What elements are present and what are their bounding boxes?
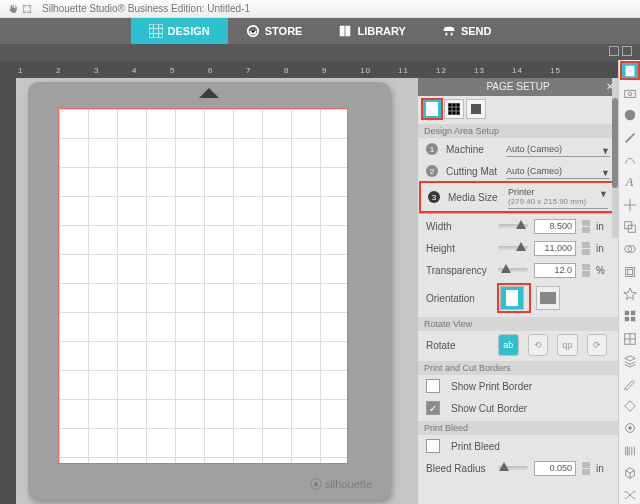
nesting-icon (623, 309, 637, 323)
line-icon (623, 131, 637, 145)
tool-barcode[interactable] (621, 442, 639, 459)
offset-icon (623, 265, 637, 279)
panel-tab-grid[interactable] (444, 99, 464, 119)
page-icon (426, 102, 438, 116)
mat-logo: silhouette (310, 478, 372, 490)
right-toolbar: A (618, 60, 640, 504)
media-size-row[interactable]: 3 Media Size Printer(279.40 x 215.90 mm)… (420, 182, 616, 212)
machine-dropdown[interactable]: Auto (Cameo)▼ (506, 142, 610, 157)
orientation-landscape[interactable] (536, 286, 560, 310)
media-size-dropdown[interactable]: Printer(279.40 x 215.90 mm)▼ (508, 185, 608, 209)
height-slider[interactable] (498, 246, 528, 250)
tool-transform[interactable] (621, 196, 639, 213)
transparency-stepper[interactable] (582, 264, 590, 277)
silhouette-icon (310, 478, 322, 490)
fit-icon[interactable] (22, 4, 32, 14)
transparency-row: Transparency 12.0 % (418, 259, 618, 281)
show-cut-border-checkbox[interactable]: ✓ (426, 401, 440, 415)
transparency-input[interactable]: 12.0 (534, 263, 576, 278)
print-bleed-row[interactable]: Print Bleed (418, 435, 618, 457)
bleed-radius-input[interactable]: 0.050 (534, 461, 576, 476)
tool-offset[interactable] (621, 263, 639, 280)
machine-row[interactable]: 1 Machine Auto (Cameo)▼ (418, 138, 618, 160)
height-stepper[interactable] (582, 242, 590, 255)
width-slider[interactable] (498, 224, 528, 228)
svg-rect-22 (630, 317, 634, 321)
print-bleed-checkbox[interactable] (426, 439, 440, 453)
camera-icon (623, 86, 637, 100)
step-3-badge: 3 (428, 191, 440, 203)
cutting-mat-row[interactable]: 2 Cutting Mat Auto (Cameo)▼ (418, 160, 618, 182)
design-page[interactable] (58, 108, 348, 464)
ruler-horizontal: 123456789101112131415 (0, 62, 640, 78)
tool-object[interactable] (621, 464, 639, 481)
page-grid (59, 109, 347, 463)
cutting-mat[interactable]: silhouette (28, 82, 390, 500)
tool-sketch[interactable] (621, 375, 639, 392)
arrow-up-icon (199, 88, 219, 102)
panel-tabs (418, 96, 618, 122)
tool-layers[interactable] (621, 352, 639, 369)
toolbar-pager[interactable] (609, 46, 632, 56)
tool-warp[interactable] (621, 487, 639, 504)
svg-point-12 (624, 110, 635, 121)
rotate-180[interactable]: qp (557, 334, 578, 356)
navbar: DESIGN STORE LIBRARY SEND (0, 18, 640, 44)
width-row: Width 8.500 in (418, 215, 618, 237)
height-input[interactable]: 11.000 (534, 241, 576, 256)
tool-modify[interactable] (621, 241, 639, 258)
replicate-icon (623, 220, 637, 234)
rotate-row: Rotate ab ⟲ qp ⟳ (418, 331, 618, 359)
tool-line[interactable] (621, 129, 639, 146)
width-stepper[interactable] (582, 220, 590, 233)
tab-store[interactable]: STORE (228, 18, 321, 44)
cube-icon (623, 466, 637, 480)
tool-image-effects[interactable] (621, 285, 639, 302)
tool-tiling[interactable] (621, 330, 639, 347)
chevron-down-icon: ▼ (601, 168, 610, 178)
tool-text[interactable]: A (621, 174, 639, 191)
bleed-radius-stepper[interactable] (582, 462, 590, 475)
panel-tab-page[interactable] (422, 99, 442, 119)
workspace[interactable]: silhouette (0, 78, 418, 504)
tab-send[interactable]: SEND (424, 18, 510, 44)
step-2-badge: 2 (426, 165, 438, 177)
tool-emboss[interactable] (621, 420, 639, 437)
orientation-portrait[interactable] (500, 286, 524, 310)
show-print-border-row[interactable]: Show Print Border (418, 375, 618, 397)
tool-rhinestone[interactable] (621, 397, 639, 414)
rotate-0[interactable]: ab (498, 334, 519, 356)
ruler-vertical (0, 78, 16, 504)
transparency-slider[interactable] (498, 268, 528, 272)
page-setup-panel: PAGE SETUP ✕ Design Area Setup 1 Machine… (418, 78, 618, 504)
tool-pixscan[interactable] (621, 84, 639, 101)
tab-library[interactable]: LIBRARY (320, 18, 423, 44)
height-row: Height 11.000 in (418, 237, 618, 259)
fill-icon (623, 108, 637, 122)
section-rotate-view: Rotate View (418, 317, 618, 331)
tool-page-setup[interactable] (621, 62, 639, 79)
hand-tool-icon[interactable] (8, 4, 18, 14)
rotate-90[interactable]: ⟲ (528, 334, 549, 356)
panel-tab-registration[interactable] (466, 99, 486, 119)
show-cut-border-row[interactable]: ✓ Show Cut Border (418, 397, 618, 419)
cutting-mat-dropdown[interactable]: Auto (Cameo)▼ (506, 164, 610, 179)
portrait-icon (506, 290, 518, 306)
chevron-down-icon: ▼ (601, 146, 610, 156)
grid-small-icon (448, 103, 460, 115)
bleed-radius-slider[interactable] (498, 466, 528, 470)
rotate-270[interactable]: ⟳ (587, 334, 608, 356)
tab-design[interactable]: DESIGN (131, 18, 228, 44)
tool-trace[interactable] (621, 151, 639, 168)
section-design-area: Design Area Setup (418, 124, 618, 138)
warp-icon (623, 488, 637, 502)
show-print-border-checkbox[interactable] (426, 379, 440, 393)
tool-nesting[interactable] (621, 308, 639, 325)
tool-replicate[interactable] (621, 218, 639, 235)
pencil-icon (623, 376, 637, 390)
width-input[interactable]: 8.500 (534, 219, 576, 234)
store-icon (246, 24, 260, 38)
step-1-badge: 1 (426, 143, 438, 155)
library-icon (338, 24, 352, 38)
tool-fill[interactable] (621, 107, 639, 124)
